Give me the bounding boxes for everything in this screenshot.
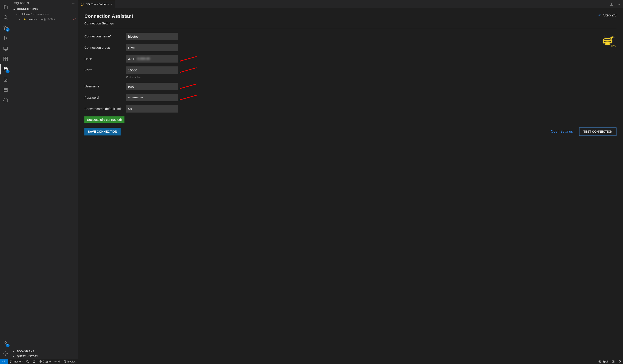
extensions-icon[interactable] (0, 54, 11, 64)
annotation-arrow (180, 56, 197, 62)
db-badge: 1 (6, 70, 10, 73)
tab-title: SQLTools Settings (86, 3, 109, 6)
svg-point-26 (64, 360, 66, 361)
svg-rect-6 (6, 57, 8, 59)
problems-item[interactable]: 0 0 (37, 359, 52, 364)
tab-sqltools-settings[interactable]: SQLTools Settings ✕ (78, 0, 115, 8)
host-input[interactable] (126, 55, 178, 63)
account-icon[interactable]: 1 (0, 338, 11, 348)
connection-item-hivetest[interactable]: › hivetest root@10000/ (11, 17, 78, 21)
step-back-button[interactable]: < (599, 13, 601, 17)
connection-name: hivetest (28, 18, 37, 21)
port-hint: Port number (126, 76, 617, 79)
disconnect-icon[interactable] (73, 18, 76, 21)
label-limit: Show records default limit (84, 107, 123, 111)
username-input[interactable] (126, 83, 178, 90)
page-title: Connection Assistant (84, 13, 133, 19)
sidebar-more-icon[interactable]: ⋯ (72, 2, 75, 5)
query-history-label: QUERY HISTORY (17, 355, 38, 358)
group-count: 1 connections (31, 13, 48, 16)
svg-point-12 (5, 342, 6, 343)
svg-point-2 (4, 29, 5, 30)
search-icon[interactable] (0, 12, 11, 22)
chevron-right-icon: › (13, 355, 16, 358)
statusbar: master* 0 0 0 hivetest Spell (0, 359, 623, 364)
chevron-down-icon: ⌄ (16, 13, 18, 16)
close-icon[interactable]: ✕ (111, 3, 113, 6)
svg-point-13 (5, 353, 6, 354)
active-connection-item[interactable]: hivetest (62, 359, 78, 364)
connection-name-input[interactable] (126, 33, 178, 40)
test-connection-button[interactable]: TEST CONNECTION (579, 128, 617, 136)
save-connection-button[interactable]: SAVE CONNECTION (84, 128, 121, 135)
svg-rect-4 (4, 47, 8, 50)
connection-group-hive[interactable]: ⌄ Hive 1 connections (11, 11, 78, 17)
group-name: Hive (24, 13, 30, 16)
label-connection-name: Connection name* (84, 34, 123, 39)
port-input[interactable] (126, 66, 178, 74)
label-host: Host* (84, 57, 123, 61)
svg-point-19 (10, 361, 10, 361)
connection-detail: root@10000/ (39, 18, 55, 21)
notifications-icon[interactable] (617, 360, 623, 363)
remote-explorer-icon[interactable] (0, 43, 11, 54)
label-password: Password (84, 95, 123, 100)
svg-point-25 (56, 361, 56, 362)
section-connections[interactable]: ⌄ CONNECTIONS (11, 6, 78, 11)
spell-item[interactable]: Spell (597, 360, 610, 363)
success-message: Successfully connected! (84, 116, 124, 123)
more-actions-icon[interactable]: ⋯ (617, 2, 620, 6)
svg-rect-5 (4, 57, 5, 59)
account-badge: 1 (6, 344, 10, 347)
ports-item[interactable]: 0 (53, 359, 62, 364)
sync-item[interactable] (24, 359, 31, 364)
folder-icon (20, 12, 23, 16)
git-compare-item[interactable] (31, 359, 37, 364)
chevron-down-icon: ⌄ (13, 7, 16, 11)
ports-count: 0 (58, 360, 60, 363)
spell-label: Spell (602, 360, 608, 363)
svg-rect-7 (4, 59, 5, 61)
limit-input[interactable] (126, 105, 178, 112)
bookmarks-label: BOOKMARKS (17, 350, 34, 353)
sqltools-icon[interactable]: 1 (0, 64, 11, 74)
label-port: Port* (84, 68, 123, 72)
annotation-arrow (180, 94, 197, 101)
tabbar: SQLTools Settings ✕ ⋯ (78, 0, 623, 8)
feedback-icon[interactable] (610, 360, 617, 363)
notebook-icon[interactable] (0, 74, 11, 85)
git-branch-item[interactable]: master* (8, 359, 24, 364)
svg-rect-11 (4, 88, 7, 91)
open-settings-link[interactable]: Open Settings (551, 130, 573, 133)
bracket-icon[interactable] (0, 95, 11, 106)
svg-rect-8 (6, 59, 8, 61)
hive-bee-icon (23, 17, 26, 21)
section-bookmarks[interactable]: › BOOKMARKS (11, 349, 78, 354)
error-count: 0 (43, 360, 44, 363)
step-text: Step 2/3 (603, 13, 617, 17)
annotation-arrow (180, 83, 197, 90)
connections-label: CONNECTIONS (17, 7, 38, 11)
host-obscured: 0.000.00 (137, 57, 150, 60)
run-debug-icon[interactable] (0, 33, 11, 43)
bookmark-panel-icon[interactable] (0, 85, 11, 95)
svg-point-23 (35, 362, 35, 363)
scm-badge: 2 (6, 28, 10, 32)
explorer-icon[interactable] (0, 2, 11, 12)
divider (84, 28, 617, 28)
password-input[interactable] (126, 94, 178, 101)
chevron-right-icon: › (19, 18, 22, 21)
svg-point-22 (33, 361, 34, 361)
section-query-history[interactable]: › QUERY HISTORY (11, 354, 78, 359)
svg-point-1 (4, 26, 5, 27)
activity-bar: 2 1 (0, 0, 11, 359)
split-editor-icon[interactable] (610, 2, 613, 6)
remote-indicator[interactable] (0, 359, 8, 364)
settings-gear-icon[interactable] (0, 348, 11, 359)
branch-name: master* (14, 360, 22, 363)
annotation-arrow (180, 67, 197, 73)
svg-point-14 (24, 18, 25, 20)
source-control-icon[interactable]: 2 (0, 22, 11, 33)
warning-count: 0 (49, 360, 51, 363)
connection-group-input[interactable] (126, 44, 178, 51)
